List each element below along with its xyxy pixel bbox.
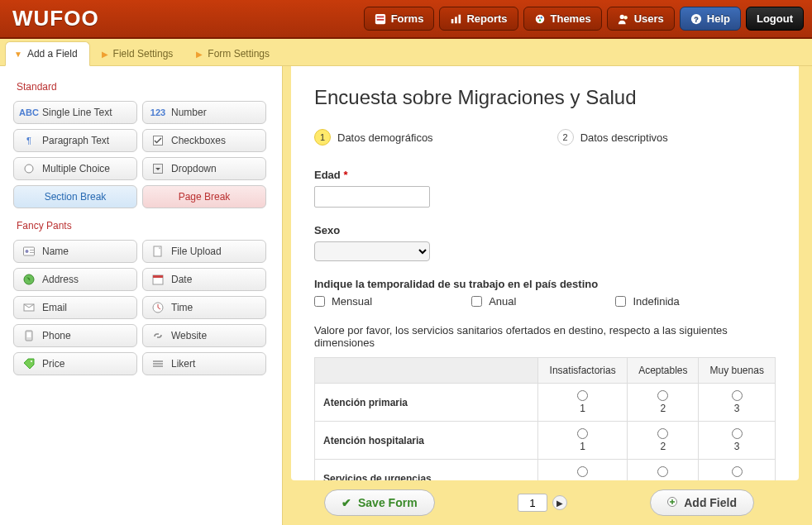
field-number[interactable]: 123 Number <box>142 101 266 124</box>
tab-field-settings[interactable]: ▶ Field Settings <box>93 42 185 65</box>
check-anual-box[interactable] <box>471 296 482 307</box>
svg-rect-30 <box>153 360 163 362</box>
chevron-right-icon: ▶ <box>196 50 203 59</box>
sexo-select[interactable] <box>314 241 430 261</box>
check-indefinida[interactable]: Indefinida <box>615 295 679 308</box>
field-dropdown[interactable]: Dropdown <box>142 157 266 180</box>
field-name[interactable]: Name <box>13 240 137 263</box>
save-form-button[interactable]: ✔ Save Form <box>324 489 435 516</box>
field-phone[interactable]: Phone <box>13 324 137 347</box>
phone-icon <box>22 329 36 342</box>
likert-table: Insatisfactorias Aceptables Muy buenas A… <box>314 357 776 480</box>
step-2-number: 2 <box>557 129 574 146</box>
svg-rect-19 <box>30 250 34 251</box>
field-palette: Standard ABC Single Line Text 123 Number… <box>0 66 283 525</box>
nav-forms[interactable]: Forms <box>364 7 435 31</box>
check-mensual[interactable]: Mensual <box>314 295 372 308</box>
svg-rect-5 <box>459 14 461 23</box>
edad-input[interactable] <box>314 186 430 208</box>
field-price[interactable]: Price <box>13 352 137 375</box>
save-label: Save Form <box>358 496 418 509</box>
chevron-right-icon: ▶ <box>102 50 108 59</box>
svg-point-29 <box>31 360 32 362</box>
svg-point-11 <box>623 16 627 19</box>
globe-icon <box>22 273 36 286</box>
nav-help[interactable]: ? Help <box>680 7 741 31</box>
likert-r3-1[interactable] <box>577 466 588 477</box>
tab-form-settings[interactable]: ▶ Form Settings <box>188 42 281 65</box>
nav-help-label: Help <box>707 12 730 25</box>
field-likert[interactable]: Likert <box>142 352 266 375</box>
field-website[interactable]: Website <box>142 324 266 347</box>
svg-point-15 <box>25 165 33 173</box>
nav-themes[interactable]: Themes <box>523 7 602 31</box>
field-label: Dropdown <box>171 163 217 174</box>
main: Standard ABC Single Line Text 123 Number… <box>0 66 812 525</box>
add-field-button[interactable]: Add Field <box>650 489 754 516</box>
field-time[interactable]: Time <box>142 296 266 319</box>
likert-col-3: Muy buenas <box>699 358 776 384</box>
bottom-bar: ✔ Save Form ▶ Add Field <box>283 480 812 525</box>
svg-point-9 <box>538 19 540 21</box>
likert-r2-3[interactable] <box>732 428 743 439</box>
themes-icon <box>534 13 546 25</box>
likert-r1-1[interactable] <box>577 390 588 401</box>
check-anual[interactable]: Anual <box>471 295 516 308</box>
svg-point-18 <box>26 250 29 253</box>
svg-rect-3 <box>451 19 454 23</box>
section-standard-title: Standard <box>17 81 275 93</box>
page-next-button[interactable]: ▶ <box>552 495 567 510</box>
tab-field-settings-label: Field Settings <box>113 48 174 60</box>
section-fancy-title: Fancy Pants <box>17 220 275 231</box>
question-edad: Edad * <box>314 169 776 208</box>
check-icon: ✔ <box>342 496 351 509</box>
likert-r3-2[interactable] <box>657 466 668 477</box>
radio-icon <box>22 162 36 175</box>
field-label: Phone <box>42 330 71 341</box>
check-indefinida-label: Indefinida <box>633 295 679 308</box>
nav-reports[interactable]: Reports <box>439 7 518 31</box>
link-icon <box>151 329 165 342</box>
likert-val: 3 <box>734 441 740 452</box>
field-page-break[interactable]: Page Break <box>142 185 266 208</box>
nav-users[interactable]: Users <box>607 7 675 31</box>
likert-val: 1 <box>580 403 585 414</box>
check-indefinida-box[interactable] <box>615 296 626 307</box>
step-1[interactable]: 1 Datos demográficos <box>314 129 433 146</box>
field-section-break[interactable]: Section Break <box>13 185 137 208</box>
field-email[interactable]: Email <box>13 296 137 319</box>
field-label: Time <box>171 302 193 313</box>
field-paragraph-text[interactable]: ¶ Paragraph Text <box>13 129 137 152</box>
field-date[interactable]: Date <box>142 268 266 291</box>
svg-rect-20 <box>30 252 34 253</box>
likert-col-2: Aceptables <box>628 358 699 384</box>
step-2[interactable]: 2 Datos descriptivos <box>557 129 668 146</box>
field-single-line-text[interactable]: ABC Single Line Text <box>13 101 137 124</box>
likert-r1-3[interactable] <box>732 390 743 401</box>
help-icon: ? <box>690 13 702 25</box>
field-multiple-choice[interactable]: Multiple Choice <box>13 157 137 180</box>
likert-row-2: Atención hospitalaria 1 2 3 <box>315 422 776 460</box>
field-label: Checkboxes <box>171 135 226 146</box>
tab-add-field[interactable]: ▼ Add a Field <box>5 41 90 66</box>
likert-r2-2[interactable] <box>657 428 668 439</box>
nav-logout[interactable]: Logout <box>746 7 804 31</box>
field-checkboxes[interactable]: Checkboxes <box>142 129 266 152</box>
likert-val: 1 <box>580 441 585 452</box>
svg-point-8 <box>540 17 542 18</box>
likert-r2-1[interactable] <box>577 428 588 439</box>
svg-text:?: ? <box>694 14 699 23</box>
email-icon <box>22 301 36 314</box>
field-file-upload[interactable]: File Upload <box>142 240 266 263</box>
field-address[interactable]: Address <box>13 268 137 291</box>
clock-icon <box>151 301 165 314</box>
question-temporalidad: Indique la temporalidad de su trabajo en… <box>314 278 776 308</box>
topbar: WUFOO Forms Reports Themes Users <box>0 0 812 39</box>
check-mensual-box[interactable] <box>314 296 325 307</box>
likert-r1-2[interactable] <box>657 390 668 401</box>
likert-val: 3 <box>734 403 740 414</box>
likert-r3-3[interactable] <box>732 466 743 477</box>
check-anual-label: Anual <box>489 295 516 308</box>
page-input[interactable] <box>518 494 547 512</box>
field-label: Number <box>171 107 207 118</box>
